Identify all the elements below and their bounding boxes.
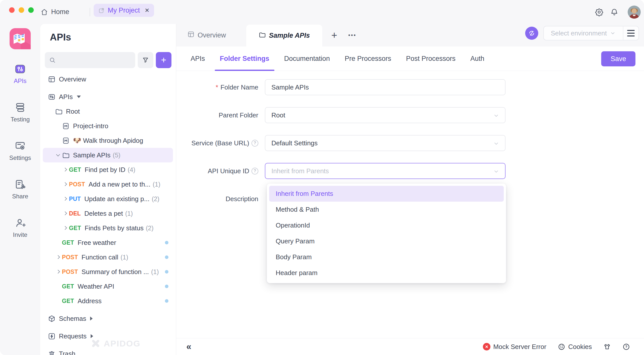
tree-item-label: Address (78, 297, 101, 305)
tree-row[interactable]: GET Address (40, 294, 176, 308)
tree-item-label: Find pet by ID (85, 166, 125, 174)
api-unique-id-dropdown: Inherit from ParentsMethod & PathOperati… (267, 184, 506, 283)
dropdown-option[interactable]: Query Param (269, 233, 504, 249)
subtab[interactable]: Pre Processors (345, 47, 391, 71)
document-tab[interactable]: Overview (185, 24, 238, 47)
help-button[interactable]: ? (622, 343, 630, 351)
subtab[interactable]: Folder Settings (220, 47, 269, 71)
bell-icon[interactable] (610, 8, 619, 16)
share-icon (14, 179, 26, 191)
api-tree: Overview APIs Root (40, 72, 176, 355)
sidebar-title: APIs (50, 32, 176, 43)
method-label: POST (69, 181, 85, 188)
rail-item[interactable]: APIs (0, 63, 40, 84)
dropdown-option[interactable]: OperationId (269, 217, 504, 233)
save-button[interactable]: Save (601, 51, 635, 66)
chevron-icon[interactable] (55, 152, 62, 159)
folder-name-input[interactable]: Sample APIs (265, 79, 506, 95)
tree-row[interactable]: Trash (40, 346, 176, 355)
chevron-icon[interactable] (62, 225, 69, 232)
chevron-icon[interactable] (62, 210, 69, 217)
cookie-icon (558, 343, 565, 351)
help-icon[interactable]: ? (252, 168, 258, 174)
close-window-button[interactable] (9, 7, 15, 13)
rail-item[interactable]: Invite (0, 217, 40, 238)
chevron-icon[interactable] (55, 254, 62, 261)
service-select[interactable]: Default Settings (265, 135, 506, 151)
filter-button[interactable] (138, 52, 153, 68)
add-api-button[interactable]: + (156, 52, 171, 68)
environment-select[interactable]: Select environment (544, 26, 623, 40)
chevron-down-icon (493, 140, 499, 147)
titlebar: Home My Project ✕ (0, 0, 644, 24)
minimize-window-button[interactable] (19, 7, 24, 13)
overview-icon (187, 31, 195, 40)
apidog-logo[interactable] (10, 28, 31, 49)
new-tab-button[interactable]: + (331, 30, 337, 41)
chevron-icon[interactable] (55, 269, 62, 275)
rail-item-label: Settings (9, 154, 31, 161)
subtab[interactable]: Post Processors (406, 47, 456, 71)
chevron-icon[interactable] (62, 181, 69, 188)
testing-icon (14, 102, 26, 114)
dropdown-option[interactable]: Inherit from Parents (269, 186, 504, 202)
help-icon[interactable]: ? (252, 140, 258, 147)
dropdown-option[interactable]: Body Param (269, 249, 504, 265)
tree-row[interactable]: Project-intro (40, 119, 176, 133)
tree-row[interactable]: Requests (40, 329, 176, 343)
dropdown-option[interactable]: Header param (269, 265, 504, 281)
method-label: GET (62, 283, 74, 290)
tree-row[interactable]: GET Free weather (40, 235, 176, 250)
cookies-button[interactable]: Cookies (558, 343, 592, 351)
tree-row[interactable]: Schemas (40, 311, 176, 326)
environment-manage-button[interactable] (623, 26, 638, 40)
parent-folder-select[interactable]: Root (265, 107, 506, 123)
project-tab[interactable]: My Project ✕ (94, 4, 154, 17)
tree-row[interactable]: APIs (40, 90, 176, 104)
subtab[interactable]: Auth (470, 47, 484, 71)
close-project-tab-icon[interactable]: ✕ (145, 7, 150, 14)
tree-row[interactable]: POST Function call (1) (40, 250, 176, 264)
rail-item[interactable]: Share (0, 179, 40, 200)
mock-server-error-button[interactable]: ✕ Mock Server Error (483, 343, 546, 351)
tree-item-label: Add a new pet to th... (89, 181, 151, 188)
avatar[interactable] (628, 6, 641, 19)
tree-row[interactable]: GET Weather API (40, 279, 176, 294)
tree-row[interactable]: Sample APIs (5) (43, 148, 173, 162)
tree-row[interactable]: Root (40, 104, 176, 119)
chevron-down-icon (493, 112, 499, 119)
api-unique-id-select[interactable]: Inherit from Parents (265, 163, 506, 179)
tree-row[interactable]: PUT Update an existing p... (2) (40, 192, 176, 206)
tree-row[interactable]: Overview (40, 72, 176, 86)
chevron-icon[interactable] (62, 166, 69, 173)
folder-name-label: * Folder Name (176, 79, 258, 95)
document-tab[interactable]: Sample APIs (246, 25, 322, 47)
home-tab[interactable]: Home (40, 0, 69, 24)
method-label: GET (62, 298, 74, 304)
tree-item-label: Free weather (78, 239, 116, 247)
chevron-icon[interactable] (62, 196, 69, 202)
collapse-sidebar-icon[interactable]: « (186, 342, 191, 351)
tree-row[interactable]: POST Add a new pet to th... (1) (40, 177, 176, 192)
tree-item-count: (1) (125, 210, 133, 217)
gear-icon[interactable] (595, 8, 603, 16)
tshirt-button[interactable] (603, 343, 611, 351)
tree-row[interactable]: GET Finds Pets by status (2) (40, 221, 176, 235)
tree-row[interactable]: 🐶 Walk through Apidog (40, 133, 176, 148)
tree-row[interactable]: POST Summary of function ... (1) (40, 264, 176, 279)
subtab[interactable]: APIs (191, 47, 205, 71)
tree-row[interactable]: GET Find pet by ID (4) (40, 162, 176, 177)
search-input[interactable] (45, 52, 135, 68)
sync-icon (528, 29, 535, 37)
subtab[interactable]: Documentation (284, 47, 330, 71)
environment-sync-button[interactable] (525, 27, 538, 40)
tab-options-icon[interactable]: ••• (348, 32, 356, 38)
rail-item[interactable]: Settings (0, 140, 40, 161)
rail-item-label: Testing (11, 116, 30, 123)
tree-item-label: Schemas (59, 315, 86, 323)
tree-item-label: Root (66, 108, 80, 115)
dropdown-option[interactable]: Method & Path (269, 202, 504, 217)
tree-row[interactable]: DEL Deletes a pet (1) (40, 206, 176, 221)
rail-item[interactable]: Testing (0, 102, 40, 123)
maximize-window-button[interactable] (28, 7, 34, 13)
